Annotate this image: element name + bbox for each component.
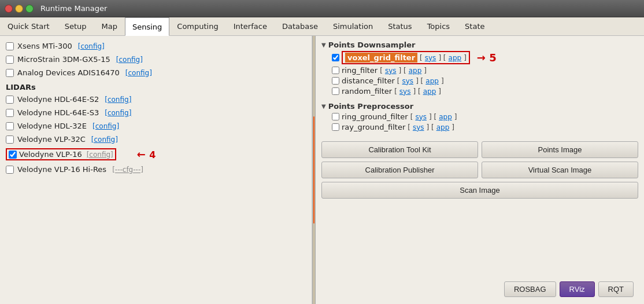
hdl32e-checkbox[interactable]	[6, 122, 14, 130]
vlp16hires-checkbox[interactable]	[6, 166, 14, 174]
sensor-microstrain: MicroStrain 3DM-GX5-15 [config]	[6, 54, 306, 65]
ray-ground-app-link[interactable]: app	[436, 123, 450, 131]
sensor-analog: Analog Devices ADIS16470 [config]	[6, 67, 306, 78]
menu-interface[interactable]: Interface	[226, 17, 275, 35]
ray-ground-checkbox[interactable]	[332, 123, 339, 131]
rqt-button[interactable]: RQT	[598, 281, 634, 297]
hdl64s3-checkbox[interactable]	[6, 109, 14, 117]
ray-ground-sys-link[interactable]: sys	[413, 123, 424, 131]
ray-ground-item: ray_ground_filter [ sys ] [ app ]	[332, 123, 638, 131]
points-downsampler-header: ▼ Points Downsampler	[321, 41, 638, 49]
ring-filter-item: ring_filter [ sys ] [ app ]	[332, 66, 638, 75]
calibration-publisher-button[interactable]: Calibration Publisher	[321, 162, 478, 178]
distance-filter-item: distance_filter [ sys ] [ app ]	[332, 76, 638, 85]
scan-image-button[interactable]: Scan Image	[321, 182, 638, 199]
menubar: Quick Start Setup Map Sensing Computing …	[0, 17, 644, 36]
main-content: Xsens MTi-300 [config] MicroStrain 3DM-G…	[0, 36, 644, 304]
sensor-xsens: Xsens MTi-300 [config]	[6, 41, 306, 52]
points-preprocessor-section: ▼ Points Preprocessor ring_ground_filter…	[321, 102, 638, 133]
hdl64s2-config[interactable]: [config]	[105, 96, 131, 104]
window-title: Runtime Manager	[40, 4, 107, 13]
ring-app-link[interactable]: app	[409, 67, 422, 75]
menu-state[interactable]: State	[457, 17, 492, 35]
ray-ground-label: ray_ground_filter	[342, 123, 405, 131]
menu-status[interactable]: Status	[380, 17, 419, 35]
random-sys-link[interactable]: sys	[399, 87, 411, 96]
vlp16hires-label: Velodyne VLP-16 Hi-Res	[17, 165, 106, 174]
ring-ground-label: ring_ground_filter	[342, 112, 408, 121]
menu-simulation[interactable]: Simulation	[325, 17, 380, 35]
lidar-hdl64s2: Velodyne HDL-64E-S2 [config]	[6, 94, 306, 105]
hdl64s2-checkbox[interactable]	[6, 96, 14, 104]
lidar-hdl32e: Velodyne HDL-32E [config]	[6, 120, 306, 131]
rviz-button[interactable]: RViz	[560, 281, 595, 297]
menu-sensing[interactable]: Sensing	[125, 17, 169, 36]
vlp16hires-config[interactable]: [---cfg---]	[112, 166, 143, 174]
vlp32c-checkbox[interactable]	[6, 135, 14, 144]
ring-sys-link[interactable]: sys	[385, 67, 397, 75]
lidar-vlp16hires: Velodyne VLP-16 Hi-Res [---cfg---]	[6, 164, 306, 175]
window-controls[interactable]	[5, 5, 34, 13]
ring-ground-item: ring_ground_filter [ sys ] [ app ]	[332, 112, 638, 121]
lidar-vlp32c: Velodyne VLP-32C [config]	[6, 134, 306, 145]
vlp16-config[interactable]: [config]	[87, 151, 113, 159]
lidar-vlp16: Velodyne VLP-16 [config] ← 4	[6, 147, 306, 162]
ring-ground-app-link[interactable]: app	[439, 113, 452, 121]
menu-map[interactable]: Map	[94, 17, 125, 35]
voxel-grid-item: voxel_grid_filter [ sys ] [ app ] → 5	[332, 51, 638, 64]
panel-divider[interactable]	[312, 36, 316, 304]
vlp16-checkbox[interactable]	[9, 151, 17, 159]
right-panel: ▼ Points Downsampler voxel_grid_filter […	[316, 36, 644, 304]
distance-filter-checkbox[interactable]	[332, 77, 339, 85]
action-buttons: Calibration Tool Kit Points Image Calibr…	[321, 141, 638, 199]
menu-database[interactable]: Database	[275, 17, 325, 35]
analog-config[interactable]: [config]	[125, 69, 152, 77]
distance-sys-link[interactable]: sys	[402, 77, 414, 85]
points-image-button[interactable]: Points Image	[482, 141, 638, 158]
ring-filter-label: ring_filter	[342, 66, 377, 75]
analog-label: Analog Devices ADIS16470	[17, 68, 120, 77]
hdl32e-label: Velodyne HDL-32E	[17, 122, 87, 130]
distance-app-link[interactable]: app	[425, 77, 439, 85]
virtual-scan-image-button[interactable]: Virtual Scan Image	[482, 162, 638, 178]
microstrain-label: MicroStrain 3DM-GX5-15	[17, 55, 110, 64]
calibration-toolkit-button[interactable]: Calibration Tool Kit	[321, 141, 478, 158]
hdl64s2-label: Velodyne HDL-64E-S2	[17, 95, 99, 104]
random-app-link[interactable]: app	[423, 87, 436, 96]
xsens-checkbox[interactable]	[6, 42, 14, 50]
lidars-title: LIDARs	[6, 83, 306, 91]
ring-ground-sys-link[interactable]: sys	[415, 113, 427, 121]
voxel-grid-label: voxel_grid_filter	[345, 53, 417, 63]
hdl32e-config[interactable]: [config]	[92, 122, 119, 130]
hdl64s3-config[interactable]: [config]	[105, 109, 131, 117]
ring-filter-checkbox[interactable]	[332, 67, 339, 74]
microstrain-checkbox[interactable]	[6, 56, 14, 64]
downsampler-title: Points Downsampler	[328, 41, 416, 49]
voxel-app-link[interactable]: app	[449, 54, 462, 62]
hdl64s3-label: Velodyne HDL-64E-S3	[17, 108, 99, 117]
minimize-button[interactable]	[15, 5, 23, 13]
menu-quickstart[interactable]: Quick Start	[0, 17, 57, 35]
annotation-4: ← 4	[137, 148, 156, 160]
close-button[interactable]	[5, 5, 13, 13]
preprocessor-title: Points Preprocessor	[328, 102, 413, 111]
left-panel: Xsens MTi-300 [config] MicroStrain 3DM-G…	[0, 36, 312, 304]
maximize-button[interactable]	[25, 5, 34, 13]
voxel-grid-checkbox[interactable]	[332, 54, 339, 61]
random-filter-checkbox[interactable]	[332, 87, 339, 95]
menu-topics[interactable]: Topics	[420, 17, 457, 35]
points-downsampler-section: ▼ Points Downsampler voxel_grid_filter […	[321, 41, 638, 97]
vlp32c-config[interactable]: [config]	[91, 135, 118, 144]
annotation-5: → 5	[477, 52, 497, 64]
xsens-config[interactable]: [config]	[78, 42, 105, 50]
vlp32c-label: Velodyne VLP-32C	[17, 135, 86, 144]
ring-ground-checkbox[interactable]	[332, 113, 339, 120]
menu-computing[interactable]: Computing	[169, 17, 225, 35]
bottom-bar: ROSBAG RViz RQT	[321, 279, 638, 299]
rosbag-button[interactable]: ROSBAG	[504, 281, 556, 297]
analog-checkbox[interactable]	[6, 69, 14, 77]
titlebar: Runtime Manager	[0, 0, 644, 17]
menu-setup[interactable]: Setup	[57, 17, 94, 35]
microstrain-config[interactable]: [config]	[116, 56, 143, 64]
voxel-sys-link[interactable]: sys	[425, 54, 436, 62]
